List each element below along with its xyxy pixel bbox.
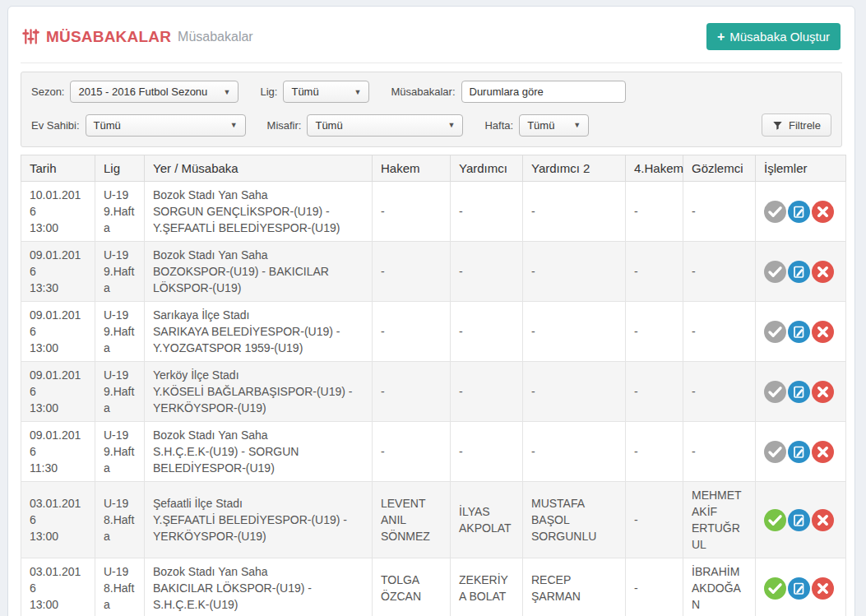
cell-referee: - (373, 362, 451, 422)
edit-icon[interactable] (788, 441, 810, 463)
approve-check-icon[interactable] (764, 577, 786, 600)
cell-league: U-199.Hafta (95, 182, 145, 242)
cell-referee: - (373, 242, 451, 302)
cell-fourth-referee: - (626, 182, 683, 242)
edit-icon[interactable] (788, 201, 810, 223)
cell-referee: - (373, 182, 451, 242)
edit-icon[interactable] (788, 261, 810, 283)
approve-check-icon[interactable] (764, 441, 786, 463)
season-select[interactable]: 2015 - 2016 Futbol Sezonu ▼ (70, 81, 238, 103)
cell-league: U-198.Hafta (95, 482, 145, 558)
cell-assistant1: - (451, 182, 523, 242)
edit-icon[interactable] (788, 321, 810, 343)
cell-actions (756, 302, 846, 362)
matches-filter-input[interactable] (461, 81, 626, 103)
season-select-value: 2015 - 2016 Futbol Sezonu (78, 86, 207, 98)
cell-venue-match: Sarıkaya İlçe StadıSARIKAYA BELEDİYESPOR… (145, 302, 373, 362)
table-row: 10.01.201613:00U-199.HaftaBozok Stadı Ya… (21, 182, 846, 242)
chevron-down-icon: ▼ (354, 88, 362, 96)
home-team-select-value: Tümü (94, 119, 121, 132)
away-team-label: Misafir: (267, 119, 302, 132)
cell-fourth-referee: - (626, 482, 683, 558)
column-header: İşlemler (756, 155, 846, 182)
cell-venue-match: Şefaatli İlçe StadıY.ŞEFAATLİ BELEDİYESP… (145, 482, 373, 558)
league-select-value: Tümü (291, 86, 318, 98)
approve-check-icon[interactable] (764, 509, 786, 531)
table-body: 10.01.201613:00U-199.HaftaBozok Stadı Ya… (21, 182, 846, 616)
filter-box: Sezon: 2015 - 2016 Futbol Sezonu ▼ Lig: … (21, 72, 842, 147)
cell-venue-match: Bozok Stadı Yan SahaSORGUN GENÇLİKSPOR-(… (145, 182, 373, 242)
cell-actions (756, 362, 846, 422)
cell-referee: LEVENT ANIL SÖNMEZ (373, 482, 451, 558)
column-header: Tarih (21, 155, 95, 182)
cell-observer: - (683, 422, 756, 482)
cell-assistant2: - (523, 242, 626, 302)
column-header: Gözlemci (683, 155, 756, 182)
filter-row-2: Ev Sahibi: Tümü ▼ Misafir: Tümü ▼ Hafta:… (31, 113, 831, 137)
cell-assistant1: ZEKERİYA BOLAT (451, 558, 523, 616)
approve-check-icon[interactable] (764, 381, 786, 403)
sliders-icon (22, 28, 39, 45)
table-header-row: TarihLigYer / MüsabakaHakemYardımcıYardı… (21, 155, 846, 182)
column-header: 4.Hakem (626, 155, 683, 182)
approve-check-icon[interactable] (764, 201, 786, 223)
cell-venue-match: Bozok Stadı Yan SahaBOZOKSPOR-(U19) - BA… (145, 242, 373, 302)
cell-referee: - (373, 302, 451, 362)
cell-date: 10.01.201613:00 (21, 182, 95, 242)
chevron-down-icon: ▼ (448, 121, 456, 129)
cell-observer: - (683, 242, 756, 302)
cell-actions (756, 182, 846, 242)
home-team-label: Ev Sahibi: (31, 119, 80, 132)
cell-referee: - (373, 422, 451, 482)
cell-assistant1: - (451, 362, 523, 422)
filter-row-1: Sezon: 2015 - 2016 Futbol Sezonu ▼ Lig: … (31, 81, 831, 103)
week-label: Hafta: (484, 119, 513, 132)
approve-check-icon[interactable] (764, 261, 786, 283)
page-header: MÜSABAKALAR Müsabakalar + Müsabaka Oluşt… (21, 7, 842, 63)
cell-venue-match: Bozok Stadı Yan SahaS.H.Ç.E.K-(U19) - SO… (145, 422, 373, 482)
delete-x-icon[interactable] (812, 441, 834, 463)
week-select-value: Tümü (527, 119, 554, 132)
away-team-select[interactable]: Tümü ▼ (307, 114, 463, 137)
edit-icon[interactable] (788, 577, 810, 600)
delete-x-icon[interactable] (812, 381, 834, 403)
home-team-select[interactable]: Tümü ▼ (86, 114, 246, 137)
filter-button[interactable]: Filtrele (762, 113, 831, 137)
table-row: 09.01.201613:00U-199.HaftaSarıkaya İlçe … (21, 302, 846, 362)
delete-x-icon[interactable] (812, 261, 834, 283)
matches-label: Müsabakalar: (391, 86, 455, 98)
cell-assistant2: RECEP ŞARMAN (523, 558, 626, 616)
league-select[interactable]: Tümü ▼ (283, 81, 369, 103)
cell-league: U-199.Hafta (95, 302, 145, 362)
cell-actions (756, 242, 846, 302)
approve-check-icon[interactable] (764, 321, 786, 343)
cell-referee: TOLGA ÖZCAN (373, 558, 451, 616)
cell-league: U-199.Hafta (95, 362, 145, 422)
create-match-button-label: Müsabaka Oluştur (729, 30, 830, 44)
cell-assistant2: MUSTAFA BAŞOL SORGUNLU (523, 482, 626, 558)
cell-date: 09.01.201611:30 (21, 422, 95, 482)
main-panel: MÜSABAKALAR Müsabakalar + Müsabaka Oluşt… (7, 6, 855, 616)
cell-date: 09.01.201613:00 (21, 302, 95, 362)
cell-date: 09.01.201613:30 (21, 242, 95, 302)
week-select[interactable]: Tümü ▼ (519, 114, 589, 137)
delete-x-icon[interactable] (812, 321, 834, 343)
edit-icon[interactable] (788, 509, 810, 531)
delete-x-icon[interactable] (812, 577, 834, 600)
cell-fourth-referee: - (626, 362, 683, 422)
cell-assistant1: - (451, 302, 523, 362)
cell-assistant1: İLYAS AKPOLAT (451, 482, 523, 558)
cell-league: U-198.Hafta (95, 558, 145, 616)
season-label: Sezon: (31, 86, 64, 98)
delete-x-icon[interactable] (812, 201, 834, 223)
page-title: MÜSABAKALAR (46, 28, 171, 46)
edit-icon[interactable] (788, 381, 810, 403)
away-team-select-value: Tümü (315, 119, 342, 132)
league-label: Lig: (260, 86, 277, 98)
create-match-button[interactable]: + Müsabaka Oluştur (706, 23, 841, 50)
cell-fourth-referee: - (626, 302, 683, 362)
delete-x-icon[interactable] (812, 509, 834, 531)
cell-venue-match: Yerköy İlçe StadıY.KÖSELİ BAĞLARBAŞISPOR… (145, 362, 373, 422)
chevron-down-icon: ▼ (224, 88, 231, 96)
cell-assistant1: - (451, 422, 523, 482)
